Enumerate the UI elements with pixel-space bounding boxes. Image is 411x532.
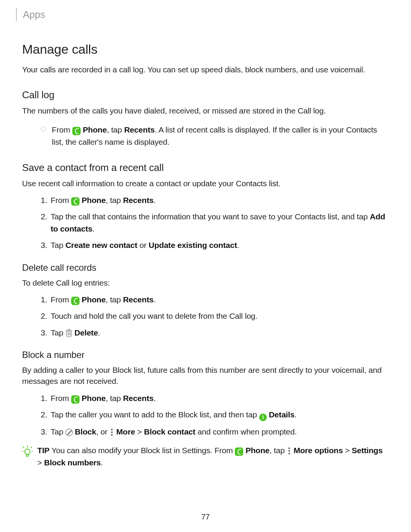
save-steps: From Phone, tap Recents. Tap the call th… <box>22 194 389 251</box>
save-desc: Use recent call information to create a … <box>22 178 389 189</box>
header-section: Apps <box>16 8 389 21</box>
tip-row: TIP You can also modify your Block list … <box>22 444 389 468</box>
save-step-2: Tap the call that contains the informati… <box>51 211 389 235</box>
section-label: Apps <box>23 8 389 21</box>
block-steps: From Phone, tap Recents. Tap the caller … <box>22 392 389 438</box>
calllog-bullet-list: From Phone, tap Recents. A list of recen… <box>22 124 389 148</box>
delete-heading: Delete call records <box>22 261 389 274</box>
more-icon <box>287 447 292 455</box>
save-heading: Save a contact from a recent call <box>22 161 389 174</box>
save-step-3: Tap Create new contact or Update existin… <box>51 239 389 251</box>
block-step-2: Tap the caller you want to add to the Bl… <box>51 409 389 421</box>
phone-icon <box>71 395 80 404</box>
delete-step-3: Tap Delete. <box>51 327 389 339</box>
svg-line-5 <box>23 447 24 448</box>
block-desc: By adding a caller to your Block list, f… <box>22 364 389 387</box>
save-step-1: From Phone, tap Recents. <box>51 194 389 206</box>
block-icon <box>65 429 73 436</box>
phone-icon <box>72 127 81 135</box>
delete-step-1: From Phone, tap Recents. <box>51 294 389 306</box>
calllog-desc: The numbers of the calls you have dialed… <box>22 105 389 116</box>
phone-icon <box>235 447 243 456</box>
delete-step-2: Touch and hold the call you want to dele… <box>51 310 389 322</box>
calllog-bullet: From Phone, tap Recents. A list of recen… <box>41 124 389 148</box>
trash-icon <box>65 330 72 337</box>
more-icon <box>110 428 114 436</box>
phone-icon <box>71 197 80 206</box>
svg-point-0 <box>25 449 30 454</box>
page-title: Manage calls <box>22 40 389 59</box>
svg-rect-1 <box>26 454 29 456</box>
block-step-3: Tap Block, or More > Block contact and c… <box>51 426 389 438</box>
svg-line-6 <box>31 447 32 448</box>
phone-icon <box>71 297 80 305</box>
delete-desc: To delete Call log entries: <box>22 277 389 288</box>
delete-steps: From Phone, tap Recents. Touch and hold … <box>22 294 389 339</box>
block-heading: Block a number <box>22 348 389 361</box>
intro-text: Your calls are recorded in a call log. Y… <box>22 64 389 75</box>
calllog-heading: Call log <box>22 88 389 102</box>
page-number: 77 <box>0 511 411 522</box>
tip-bulb-icon <box>22 445 33 457</box>
tip-text: TIP You can also modify your Block list … <box>37 444 389 468</box>
block-step-1: From Phone, tap Recents. <box>51 392 389 404</box>
details-icon: i <box>259 414 267 421</box>
